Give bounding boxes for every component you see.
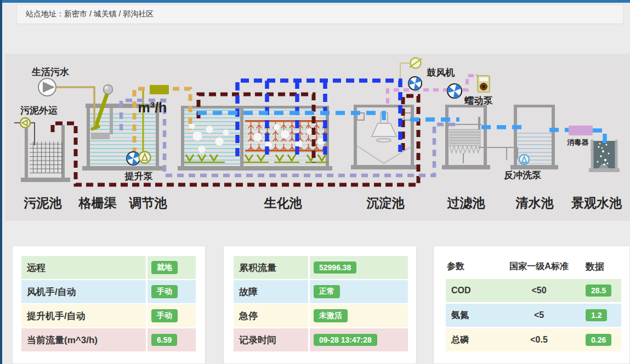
tank-label-regulation: 调节池 (129, 196, 168, 210)
status-badge: 手动 (151, 285, 178, 298)
tank-label-sludge: 污泥池 (24, 196, 63, 210)
table-row: 急停 未激活 (234, 304, 408, 327)
value-badge: 28.5 (586, 285, 611, 297)
tank-label-filter: 过滤池 (447, 196, 486, 210)
site-address-header: 站点地址：新密市 / 城关镇 / 郭沟社区 (16, 4, 623, 24)
label-inflow: 生活污水 (31, 67, 70, 77)
blower-fan-icon-2 (445, 84, 462, 100)
row-value-cell: 手动 (147, 304, 196, 327)
tank-label-grid-channel: 格栅渠 (78, 196, 117, 210)
flow-meter (150, 85, 169, 94)
left-accent-bar (0, 0, 2, 364)
blower-valve-icon (410, 58, 422, 69)
row-value-cell: 正常 (310, 280, 408, 303)
process-flow-diagram: 生活污水 污泥外运 m³/h 提升泵 鼓风机 蠕动泵 反冲洗泵 消毒器 污泥池 … (5, 54, 630, 221)
param-value-cell: 0.26 (577, 334, 621, 346)
label-flow-unit: m³/h (138, 100, 167, 115)
label-sludge-out: 污泥外运 (20, 105, 58, 116)
table-row: COD <50 28.5 (446, 279, 621, 302)
value-badge: 0.26 (586, 334, 611, 346)
water-quality-table: 参数 国家一级A标准 数据 COD <50 28.5 氨氮 <5 1.2 总磷 … (446, 254, 621, 351)
filter-tank (442, 105, 490, 169)
table-row: 记录时间 09-28 13:47:28 (234, 328, 408, 351)
site-address-text: 站点地址：新密市 / 城关镇 / 郭沟社区 (17, 9, 154, 19)
status-badge: 就地 (151, 261, 178, 274)
label-backwash-pump: 反冲洗泵 (503, 170, 542, 180)
control-mode-table: 远程 就地 风机手/自动 手动 提升机手/自动 手动 当前流量(m^3/h) 6… (21, 256, 196, 351)
timestamp-badge: 09-28 13:47:28 (314, 334, 377, 346)
run-status-table: 累积流量 52996.38 故障 正常 急停 未激活 记录时间 09-28 13… (234, 256, 408, 351)
param-standard: <5 (501, 310, 577, 320)
row-label: 提升机手/自动 (21, 304, 146, 327)
backwash-pump-icon (519, 155, 529, 164)
row-value-cell: 就地 (147, 256, 196, 279)
param-standard: <50 (501, 286, 577, 295)
table-row: 故障 正常 (234, 280, 408, 303)
row-label: 累积流量 (234, 256, 308, 279)
peristaltic-pump-icon (476, 75, 490, 92)
param-name: 氨氮 (446, 310, 501, 321)
inflow-pump-icon (38, 78, 56, 96)
column-header-data: 数据 (577, 260, 621, 273)
table-row: 当前流量(m^3/h) 6.59 (21, 328, 196, 351)
row-label: 当前流量(m^3/h) (21, 328, 146, 351)
table-row: 提升机手/自动 手动 (21, 304, 196, 327)
table-row: 总磷 <0.5 0.26 (446, 328, 621, 351)
row-value-cell: 6.59 (147, 328, 196, 351)
label-blower: 鼓风机 (427, 67, 455, 78)
process-flow-panel: 生活污水 污泥外运 m³/h 提升泵 鼓风机 蠕动泵 反冲洗泵 消毒器 污泥池 … (5, 54, 630, 221)
label-disinfector: 消毒器 (567, 138, 589, 146)
table-row: 远程 就地 (21, 256, 196, 279)
biochemical-tank (178, 106, 332, 170)
label-peristaltic-pump: 蠕动泵 (464, 95, 493, 106)
column-header-standard: 国家一级A标准 (501, 261, 577, 272)
column-header-param: 参数 (446, 261, 501, 272)
row-value-cell: 手动 (147, 280, 196, 303)
table-row: 累积流量 52996.38 (234, 256, 408, 279)
param-value-cell: 28.5 (577, 285, 621, 297)
value-badge: 1.2 (586, 309, 607, 321)
row-value-cell: 52996.38 (310, 256, 408, 279)
tank-label-clean-water: 清水池 (515, 196, 554, 210)
table-row: 风机手/自动 手动 (21, 280, 196, 303)
status-badge: 52996.38 (314, 261, 356, 274)
filter-media (450, 129, 480, 146)
param-value-cell: 1.2 (577, 309, 621, 321)
tank-label-landscape: 景观水池 (571, 196, 622, 210)
top-accent-bar (0, 0, 630, 3)
status-badge: 手动 (151, 309, 178, 322)
status-badge: 未激活 (314, 309, 348, 322)
clean-water-tank (478, 105, 558, 169)
sludge-tank (21, 125, 70, 182)
row-value-cell: 09-28 13:47:28 (310, 328, 408, 351)
water-quality-card: 参数 国家一级A标准 数据 COD <50 28.5 氨氮 <5 1.2 总磷 … (433, 246, 630, 364)
status-badge: 正常 (314, 285, 340, 298)
blower-valve-pipe (400, 63, 410, 79)
lift-pump-icon (139, 152, 151, 163)
param-standard: <0.5 (501, 335, 577, 345)
label-lift-pump: 提升泵 (124, 171, 154, 181)
tank-label-sedimentation: 沉淀池 (366, 196, 405, 210)
row-label: 风机手/自动 (21, 280, 146, 303)
run-status-card: 累积流量 52996.38 故障 正常 急停 未激活 记录时间 09-28 13… (223, 246, 417, 364)
row-label: 远程 (21, 256, 146, 279)
table-header-row: 参数 国家一级A标准 数据 (446, 254, 621, 279)
landscape-pool (589, 140, 620, 172)
row-label: 急停 (234, 304, 308, 327)
row-value-cell: 未激活 (310, 304, 408, 327)
row-label: 记录时间 (234, 328, 308, 351)
disinfector-unit (569, 126, 593, 135)
row-label: 故障 (234, 280, 308, 303)
status-badge: 6.59 (151, 334, 177, 346)
param-name: 总磷 (446, 334, 501, 346)
param-name: COD (446, 286, 501, 295)
table-row: 氨氮 <5 1.2 (446, 304, 621, 327)
sludge-valve-icon (20, 118, 30, 128)
control-mode-card: 远程 就地 风机手/自动 手动 提升机手/自动 手动 当前流量(m^3/h) 6… (12, 246, 206, 364)
tank-label-biochemical: 生化池 (264, 196, 303, 210)
